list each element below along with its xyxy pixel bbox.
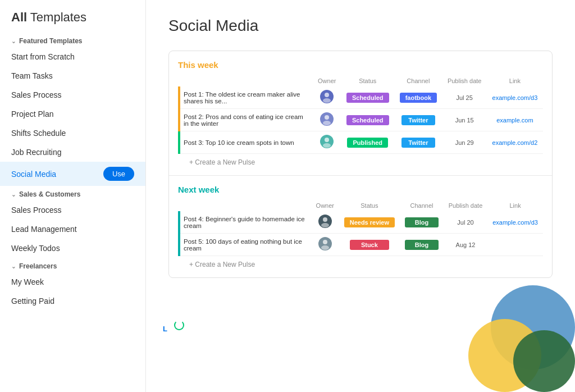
deco-blue-circle — [491, 285, 575, 370]
use-button[interactable]: Use — [103, 167, 134, 181]
row-channel: Blog — [400, 211, 444, 234]
sidebar-item-job-recruiting[interactable]: Job Recruiting — [0, 143, 145, 162]
sidebar-item-sales-process-2[interactable]: Sales Process — [0, 200, 145, 220]
this-week-section: This week Owner Status Channel Publish d… — [169, 51, 552, 175]
deco-yellow-circle — [468, 319, 541, 392]
table-row: Post 5: 100 days of eating nothing but i… — [179, 234, 543, 256]
sidebar-title-suffix: Templates — [27, 10, 86, 24]
preview-card: This week Owner Status Channel Publish d… — [168, 51, 553, 278]
row-status: Stuck — [339, 234, 400, 256]
row-date: Jun 15 — [442, 109, 487, 131]
svg-point-5 — [323, 143, 331, 148]
col-owner-1: Owner — [313, 75, 341, 86]
row-date: Jul 25 — [442, 86, 487, 109]
col-owner-2: Owner — [311, 200, 339, 211]
sidebar-header: All Templates — [0, 0, 145, 33]
row-link — [487, 234, 543, 256]
sidebar-item-getting-paid[interactable]: Getting Paid — [0, 291, 145, 311]
table-row: Post 4: Beginner's guide to homemade ice… — [179, 211, 543, 234]
this-week-header-row: Owner Status Channel Publish date Link — [179, 75, 543, 86]
svg-point-3 — [323, 121, 331, 125]
chevron-down-icon-3: ⌄ — [11, 263, 16, 270]
deco-green-circle — [513, 330, 575, 392]
next-week-section: Next week Owner Status Channel Publish d… — [169, 175, 552, 277]
row-link: example.com/d2 — [487, 131, 543, 154]
col-link-2: Link — [487, 200, 543, 211]
row-title: Post 4: Beginner's guide to homemade ice… — [179, 211, 311, 234]
col-channel-1: Channel — [394, 75, 442, 86]
sidebar-item-start-from-scratch[interactable]: Start from Scratch — [0, 47, 145, 66]
section-featured: ⌄ Featured Templates — [0, 33, 145, 47]
svg-point-6 — [323, 217, 327, 222]
row-status: Scheduled — [341, 86, 394, 109]
sidebar: All Templates ⌄ Featured Templates Start… — [0, 0, 146, 392]
decorative-circles — [463, 280, 575, 392]
svg-point-0 — [325, 93, 329, 97]
table-row: Post 2: Pros and cons of eating ice crea… — [179, 109, 543, 131]
row-status: Needs review — [339, 211, 400, 234]
row-channel: faotbook — [394, 86, 442, 109]
row-date: Jul 20 — [444, 211, 487, 234]
row-status: Scheduled — [341, 109, 394, 131]
col-post-2 — [179, 200, 311, 211]
col-link-1: Link — [487, 75, 543, 86]
sidebar-item-lead-management[interactable]: Lead Management — [0, 220, 145, 239]
this-week-body: Post 1: The oldest ice cream maker alive… — [179, 86, 543, 154]
loading-indicator — [174, 320, 184, 330]
next-week-create-pulse[interactable]: + Create a New Pulse — [178, 256, 543, 273]
section-freelancers-label: Freelancers — [19, 262, 57, 270]
row-link: example.com/d3 — [487, 211, 543, 234]
sidebar-item-shifts-schedule[interactable]: Shifts Schedule — [0, 124, 145, 143]
row-channel: Blog — [400, 234, 444, 256]
sidebar-item-weekly-todos[interactable]: Weekly Todos — [0, 239, 145, 258]
this-week-create-pulse[interactable]: + Create a New Pulse — [178, 154, 543, 171]
row-channel: Twitter — [394, 109, 442, 131]
next-week-table: Owner Status Channel Publish date Link P… — [178, 200, 543, 256]
sidebar-item-my-week[interactable]: My Week — [0, 272, 145, 291]
next-week-body: Post 4: Beginner's guide to homemade ice… — [179, 211, 543, 256]
this-week-title: This week — [178, 60, 543, 70]
avatar — [320, 112, 334, 126]
avatar — [318, 237, 332, 250]
svg-point-1 — [323, 98, 331, 103]
avatar — [320, 135, 334, 148]
avatar — [318, 215, 332, 228]
page-title: Social Media — [168, 17, 553, 35]
col-status-2: Status — [339, 200, 400, 211]
sidebar-item-social-media[interactable]: Social Media Use — [0, 162, 145, 186]
svg-point-9 — [321, 245, 329, 250]
row-channel: Twitter — [394, 131, 442, 154]
row-title: Post 5: 100 days of eating nothing but i… — [179, 234, 311, 256]
row-status: Published — [341, 131, 394, 154]
main-content: Social Media This week Owner Status Chan… — [146, 0, 575, 392]
col-date-1: Publish date — [442, 75, 487, 86]
sidebar-item-sales-process[interactable]: Sales Process — [0, 85, 145, 104]
section-featured-label: Featured Templates — [19, 37, 82, 45]
row-owner — [313, 131, 341, 154]
col-post — [179, 75, 313, 86]
svg-point-8 — [323, 240, 327, 244]
row-link: example.com — [487, 109, 543, 131]
col-date-2: Publish date — [444, 200, 487, 211]
this-week-table: Owner Status Channel Publish date Link P… — [178, 75, 543, 154]
cursor-indicator: L — [163, 325, 167, 333]
next-week-title: Next week — [178, 185, 543, 194]
row-date: Jun 29 — [442, 131, 487, 154]
sidebar-item-team-tasks[interactable]: Team Tasks — [0, 66, 145, 85]
section-freelancers: ⌄ Freelancers — [0, 258, 145, 272]
next-week-header-row: Owner Status Channel Publish date Link — [179, 200, 543, 211]
section-sales-label: Sales & Customers — [19, 190, 80, 198]
row-owner — [311, 234, 339, 256]
sidebar-title-bold: All — [11, 10, 27, 24]
chevron-down-icon: ⌄ — [11, 38, 16, 44]
row-owner — [313, 86, 341, 109]
sidebar-item-project-plan[interactable]: Project Plan — [0, 104, 145, 124]
table-row: Post 1: The oldest ice cream maker alive… — [179, 86, 543, 109]
row-owner — [311, 211, 339, 234]
row-title: Post 2: Pros and cons of eating ice crea… — [179, 109, 313, 131]
row-title: Post 1: The oldest ice cream maker alive… — [179, 86, 313, 109]
section-sales-customers: ⌄ Sales & Customers — [0, 186, 145, 200]
svg-point-7 — [321, 223, 329, 227]
row-link: example.com/d3 — [487, 86, 543, 109]
row-owner — [313, 109, 341, 131]
